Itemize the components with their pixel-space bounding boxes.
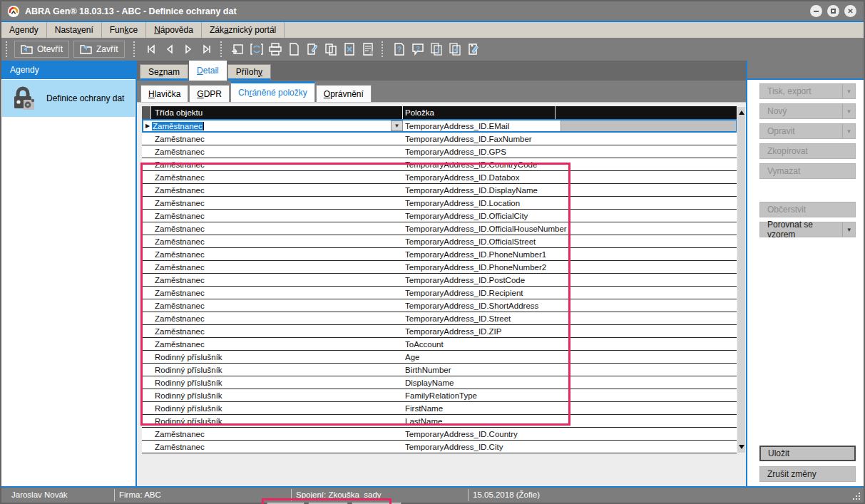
vertical-scrollbar[interactable] (737, 106, 746, 453)
table-row[interactable]: Zaměstnanec TemporaryAddress_ID.PostCode (142, 274, 737, 287)
table-row[interactable]: Zaměstnanec TemporaryAddress_ID.GPS (142, 145, 737, 158)
chevron-down-icon[interactable]: ▼ (391, 120, 403, 131)
table-row[interactable]: Rodinný příslušník FamilyRelationType (142, 389, 737, 402)
prior-record-button[interactable] (160, 40, 179, 58)
row-marker-header (142, 106, 151, 119)
toolbar-grip[interactable] (133, 41, 138, 57)
menu-napoveda[interactable]: Nápověda (146, 22, 202, 38)
table-row[interactable]: Zaměstnanec TemporaryAddress_ID.Official… (142, 210, 737, 222)
edit-note-button[interactable] (464, 40, 483, 58)
table-row[interactable]: Zaměstnanec TemporaryAddress_ID.Street (142, 312, 737, 325)
scrollbar-down-icon[interactable] (739, 445, 744, 449)
table-row[interactable]: Zaměstnanec TemporaryAddress_ID.PhoneNum… (142, 248, 737, 261)
copy-document-icon (324, 42, 338, 56)
column-header-trida-objektu[interactable]: Třída objektu (151, 106, 403, 119)
table-row[interactable]: Zaměstnanec TemporaryAddress_ID.DisplayN… (142, 184, 737, 197)
open-button[interactable]: Otevřít (14, 41, 69, 58)
chevron-down-icon[interactable]: ▼ (843, 108, 855, 115)
maximize-button[interactable] (827, 5, 839, 17)
table-row[interactable]: Zaměstnanec TemporaryAddress_ID.Location (142, 197, 737, 210)
print-button[interactable] (266, 40, 285, 58)
status-bar: Jaroslav Novák Firma: ABC Spojení: Zkouš… (1, 486, 864, 503)
document-list-button[interactable] (359, 40, 377, 58)
menu-funkce[interactable]: Funkce (102, 22, 146, 38)
chevron-down-icon[interactable]: ▼ (843, 128, 855, 135)
zrusit-zmeny-button[interactable]: Zrušit změny (759, 466, 856, 482)
toolbar-grip[interactable] (6, 41, 11, 57)
chevron-down-icon[interactable]: ▼ (843, 88, 855, 95)
sidebar-item-definice-ochrany-dat[interactable]: Definice ochrany dat (2, 80, 135, 117)
row-marker-cell (142, 376, 151, 389)
table-row[interactable]: Rodinný příslušník LastName (142, 415, 737, 428)
ulozit-button[interactable]: Uložit (759, 446, 856, 461)
table-row[interactable]: Zaměstnanec TemporaryAddress_ID.Country (142, 428, 737, 441)
menu-zakaznicky-portal[interactable]: Zákaznický portál (202, 22, 285, 38)
table-row[interactable]: Zaměstnanec TemporaryAddress_ID.FaxNumbe… (142, 133, 737, 145)
menu-agendy[interactable]: Agendy (1, 22, 47, 38)
table-row[interactable]: Zaměstnanec TemporaryAddress_ID.ZIP (142, 325, 737, 338)
table-row[interactable]: Rodinný příslušník BirthNumber (142, 364, 737, 376)
table-row[interactable]: Zaměstnanec ToAccount (142, 338, 737, 351)
row-marker-cell (142, 389, 151, 401)
tab-gdpr[interactable]: GDPR (189, 85, 230, 102)
table-row[interactable]: Rodinný příslušník DisplayName (142, 376, 737, 389)
close-button[interactable]: ✕ (844, 5, 856, 17)
polozka-edit-field[interactable]: TemporaryAddress_ID.EMail (403, 120, 561, 131)
toolbar-grip[interactable] (382, 41, 387, 57)
vymazat-panel-button[interactable]: Vymazat (759, 163, 856, 179)
column-header-polozka[interactable]: Položka (403, 106, 556, 119)
tab-hlavicka[interactable]: Hlavička (140, 85, 188, 102)
help-pages-button[interactable]: ? (427, 40, 446, 58)
tab-opravneni[interactable]: Oprávnění (316, 85, 372, 102)
table-row[interactable]: Zaměstnanec TemporaryAddress_ID.Official… (142, 222, 737, 235)
scrollbar-up-icon[interactable] (739, 110, 744, 115)
row-marker-cell (142, 325, 151, 337)
table-row[interactable]: Zaměstnanec TemporaryAddress_ID.Databox (142, 171, 737, 184)
toolbar-grip[interactable] (220, 41, 225, 57)
menu-nastaveni[interactable]: Nastavení (47, 22, 102, 38)
table-row[interactable]: Zaměstnanec TemporaryAddress_ID.City (142, 441, 737, 453)
tab-chranene-polozky[interactable]: Chráněné položky (230, 81, 315, 102)
blank-document-button[interactable] (285, 40, 303, 58)
maximize-icon (831, 9, 836, 14)
refresh-button[interactable] (247, 40, 266, 58)
porovnat-se-vzorem-button[interactable]: Porovnat se vzorem▼ (759, 222, 856, 237)
table-row-selected[interactable]: ▶ Zaměstnanec ▼ TemporaryAddress_ID.EMai… (142, 119, 737, 133)
trida-objektu-combobox[interactable]: Zaměstnanec ▼ (152, 120, 403, 131)
row-marker-cell (142, 299, 151, 312)
opravit-button[interactable]: Opravit▼ (759, 123, 856, 139)
help-document-button[interactable]: ? (390, 40, 409, 58)
first-record-button[interactable] (142, 40, 160, 58)
minimize-button[interactable] (810, 5, 822, 17)
copy-document-button[interactable] (322, 40, 340, 58)
zkopirovat-button[interactable]: Zkopírovat (759, 143, 856, 159)
novy-button[interactable]: Nový▼ (759, 103, 856, 119)
obcerstvit-button[interactable]: Občerstvit (759, 202, 856, 217)
help-bubble-button[interactable]: ? (409, 40, 427, 58)
trida-objektu-cell: Zaměstnanec (151, 443, 403, 451)
next-record-button[interactable] (179, 40, 198, 58)
chevron-down-icon[interactable]: ▼ (843, 227, 855, 233)
table-row[interactable]: Zaměstnanec TemporaryAddress_ID.ShortAdd… (142, 299, 737, 312)
edit-document-button[interactable] (303, 40, 322, 58)
table-row[interactable]: Zaměstnanec TemporaryAddress_ID.CountryC… (142, 158, 737, 171)
resize-grip[interactable] (853, 493, 860, 500)
document-x-button[interactable] (340, 40, 359, 58)
trida-objektu-cell: Zaměstnanec (151, 250, 403, 259)
pages-diamond-button[interactable] (446, 40, 464, 58)
arrange-window-button[interactable] (229, 40, 247, 58)
table-row[interactable]: Rodinný příslušník FirstName (142, 402, 737, 415)
table-row[interactable]: Rodinný příslušník Age (142, 351, 737, 364)
table-row[interactable]: Zaměstnanec TemporaryAddress_ID.Recipien… (142, 287, 737, 299)
table-row[interactable]: Zaměstnanec TemporaryAddress_ID.PhoneNum… (142, 261, 737, 274)
polozka-cell: TemporaryAddress_ID.GPS (403, 148, 737, 156)
tab-prilohy[interactable]: Přílohy (227, 64, 271, 81)
label: g (15, 25, 20, 35)
close-button-toolbar[interactable]: Zavřít (73, 41, 125, 58)
label: O (324, 89, 330, 99)
table-row[interactable]: Zaměstnanec TemporaryAddress_ID.Official… (142, 235, 737, 248)
tab-detail[interactable]: Detail (189, 61, 227, 81)
tisk-export-button[interactable]: Tisk, export▼ (759, 83, 856, 99)
tab-seznam[interactable]: Seznam (140, 64, 188, 81)
last-record-button[interactable] (198, 40, 216, 58)
